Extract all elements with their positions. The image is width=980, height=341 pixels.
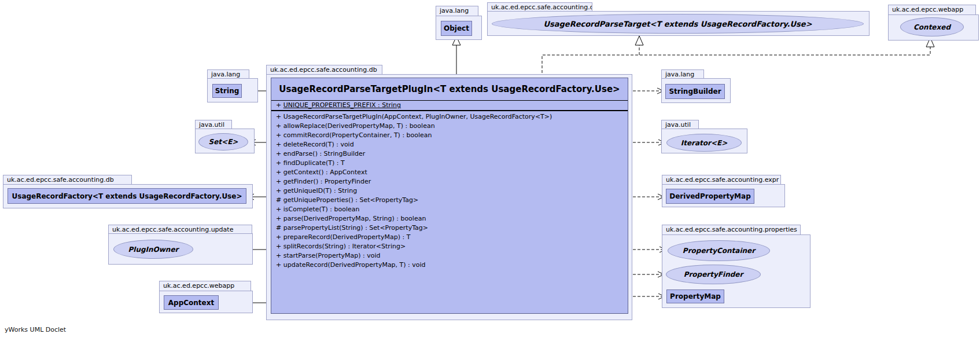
main-class-title: UsageRecordParseTargetPlugIn<T extends U… [271,78,628,101]
package-label-update-plugin-owner: uk.ac.ed.epcc.safe.accounting.update [108,225,252,234]
dependency-edge-property-container [628,247,666,252]
class-string-builder[interactable]: StringBuilder [665,84,725,99]
class-usage-record-factory[interactable]: UsageRecordFactory<T extends UsageRecord… [8,188,246,204]
package-label-main: uk.ac.ed.epcc.safe.accounting.db [266,65,382,75]
method-row: + deleteRecord(T) : void [276,140,628,149]
package-label-webapp-app-context: uk.ac.ed.epcc.webapp [159,281,251,291]
dependency-edge-iterator [628,140,665,145]
method-row: + getUniqueID(T) : String [276,186,628,196]
interface-set[interactable]: Set<E> [198,133,248,151]
method-row: + isComplete(T) : boolean [276,205,628,214]
method-row: + splitRecords(String) : Iterator<String… [276,242,628,251]
main-class-method-list: + UsageRecordParseTargetPlugIn(AppContex… [271,111,628,270]
package-label-java-lang-string-builder: java.lang [661,69,704,79]
hollow-triangle-icon [635,36,643,45]
main-class-field-row: + UNIQUE_PROPERTIES_PREFIX : String [271,101,628,111]
package-label-java-util-iterator: java.util [661,120,699,129]
package-label-db-parse-target: uk.ac.ed.epcc.safe.accounting.db [487,2,592,12]
package-label-expr-derived-property-map: uk.ac.ed.epcc.safe.accounting.expr [662,175,781,185]
class-app-context[interactable]: AppContext [164,295,219,310]
method-row: + prepareRecord(DerivedPropertyMap) : T [276,233,628,242]
package-label-properties: uk.ac.ed.epcc.safe.accounting.properties [662,225,801,235]
method-row: + endParse() : StringBuilder [276,149,628,159]
package-label-java-util-set: java.util [195,120,232,129]
realization-edge-parse-target-and-contexed [542,36,934,78]
method-row: + getFinder() : PropertyFinder [276,177,628,186]
method-row: + commitRecord(PropertyContainer, T) : b… [276,131,628,140]
method-row: # getUniqueProperties() : Set<PropertyTa… [276,196,628,205]
interface-contexed[interactable]: Contexed [900,17,964,36]
field-visibility-prefix: + [276,101,283,109]
interface-property-container[interactable]: PropertyContainer [668,240,770,261]
interface-plugin-owner[interactable]: PlugInOwner [113,240,193,259]
interface-usage-record-parse-target[interactable]: UsageRecordParseTarget<T extends UsageRe… [492,14,864,34]
dependency-edge-derived-property-map [628,194,664,200]
yworks-credit-text: yWorks UML Doclet [5,326,66,333]
interface-iterator[interactable]: Iterator<E> [666,134,742,152]
class-property-map[interactable]: PropertyMap [666,289,724,303]
dependency-edge-string-builder [628,88,664,94]
method-row: + allowReplace(DerivedPropertyMap, T) : … [276,122,628,131]
class-derived-property-map[interactable]: DerivedPropertyMap [666,189,754,204]
uml-class-diagram: java.lang Object uk.ac.ed.epcc.safe.acco… [0,0,980,341]
package-label-java-lang-object: java.lang [436,6,478,16]
package-label-webapp-contexed: uk.ac.ed.epcc.webapp [888,5,976,15]
method-row: # parsePropertyList(String) : Set<Proper… [276,223,628,233]
method-row: + parse(DerivedPropertyMap, String) : bo… [276,214,628,223]
class-object[interactable]: Object [441,21,472,36]
field-name: UNIQUE_PROPERTIES_PREFIX : String [283,101,401,109]
method-row: + updateRecord(DerivedPropertyMap, T) : … [276,261,628,270]
dependency-edge-property-finder [628,272,664,277]
main-class-usage-record-parse-target-plugin[interactable]: UsageRecordParseTargetPlugIn<T extends U… [271,78,628,314]
dependency-edge-property-map [628,294,665,299]
package-label-db-usage-record-factory: uk.ac.ed.epcc.safe.accounting.db [3,175,132,185]
method-row: + startParse(PropertyMap) : void [276,251,628,261]
generalization-edge-object [452,36,460,78]
method-row: + getContext() : AppContext [276,168,628,177]
method-row: + UsageRecordParseTargetPlugIn(AppContex… [276,112,628,122]
class-string[interactable]: String [212,84,242,98]
method-row: + findDuplicate(T) : T [276,159,628,168]
interface-property-finder[interactable]: PropertyFinder [666,265,761,284]
package-label-java-lang-string: java.lang [207,69,249,79]
